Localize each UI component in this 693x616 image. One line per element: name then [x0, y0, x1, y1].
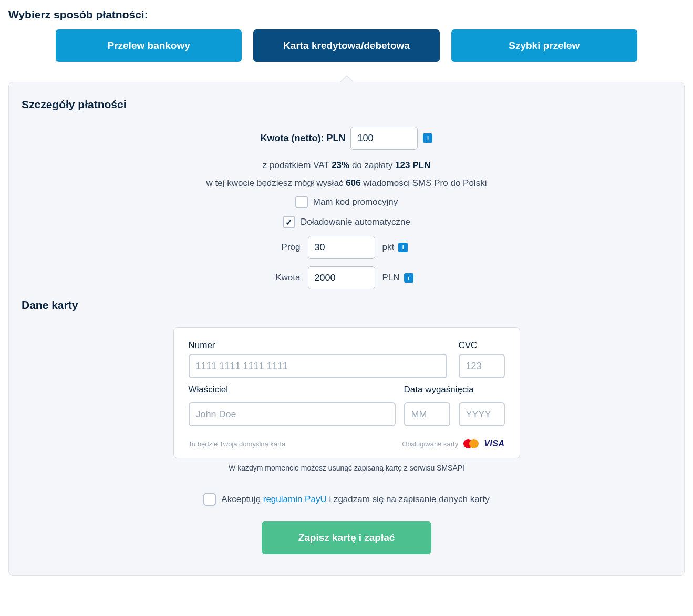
mastercard-icon: [463, 439, 479, 448]
auto-checkbox[interactable]: [283, 216, 295, 228]
threshold-row: Próg pkt i: [22, 236, 671, 259]
sms-line: w tej kwocie będziesz mógł wysłać 606 wi…: [22, 178, 671, 189]
threshold-label: Próg: [269, 242, 301, 253]
sms-prefix: w tej kwocie będziesz mógł wysłać: [206, 178, 346, 188]
accept-row: Akceptuję regulamin PayU i zgadzam się n…: [22, 493, 671, 506]
details-title: Szczegóły płatności: [22, 98, 671, 111]
panel-pointer: [340, 76, 353, 82]
amount2-label: Kwota: [269, 273, 301, 283]
owner-label: Właściciel: [189, 384, 396, 395]
amount-input[interactable]: [350, 127, 418, 150]
card-number-label: Numer: [189, 340, 447, 351]
default-card-note: To będzie Twoja domyślna karta: [189, 440, 286, 448]
payment-tabs: Przelew bankowy Karta kredytowa/debetowa…: [8, 29, 685, 62]
cvc-input[interactable]: [459, 354, 505, 378]
info-icon[interactable]: i: [423, 133, 432, 143]
card-number-input[interactable]: [189, 354, 447, 378]
submit-button[interactable]: Zapisz kartę i zapłać: [262, 521, 432, 554]
page-title: Wybierz sposób płatności:: [8, 8, 685, 21]
auto-label: Doładowanie automatyczne: [301, 217, 410, 227]
info-icon[interactable]: i: [404, 273, 413, 283]
exp-year-input[interactable]: [459, 402, 505, 426]
vat-line: z podatkiem VAT 23% do zapłaty 123 PLN: [22, 160, 671, 171]
exp-label: Data wygaśnięcia: [404, 384, 505, 395]
supported-cards-note: Obsługiwane karty: [402, 440, 458, 448]
accept-checkbox[interactable]: [203, 493, 216, 506]
sms-count: 606: [346, 178, 360, 188]
accept-post: i zgadzam się na zapisanie danych karty: [327, 494, 490, 504]
tab-fast-transfer[interactable]: Szybki przelew: [451, 29, 637, 62]
promo-label: Mam kod promocyjny: [313, 197, 398, 207]
card-title: Dane karty: [22, 299, 671, 311]
promo-checkbox[interactable]: [295, 196, 308, 208]
info-icon[interactable]: i: [398, 243, 408, 252]
cvc-label: CVC: [459, 340, 505, 351]
owner-input[interactable]: [189, 402, 396, 426]
amount2-unit: PLN: [382, 273, 400, 283]
tab-card[interactable]: Karta kredytowa/debetowa: [253, 29, 439, 62]
exp-month-input[interactable]: [404, 402, 450, 426]
threshold-unit: pkt: [382, 242, 395, 253]
tab-bank-transfer[interactable]: Przelew bankowy: [56, 29, 242, 62]
promo-row: Mam kod promocyjny: [22, 196, 671, 208]
vat-total: 123 PLN: [395, 160, 430, 170]
vat-rate: 23%: [332, 160, 349, 170]
amount-label: Kwota (netto): PLN: [261, 133, 346, 144]
payment-panel: Szczegóły płatności Kwota (netto): PLN i…: [8, 82, 685, 576]
amount2-row: Kwota PLN i: [22, 266, 671, 289]
terms-link[interactable]: regulamin PayU: [263, 494, 327, 504]
threshold-input[interactable]: [308, 236, 375, 259]
card-remove-note: W każdym momencie możesz usunąć zapisaną…: [22, 464, 671, 472]
sms-suffix: wiadomości SMS Pro do Polski: [360, 178, 487, 188]
amount2-input[interactable]: [308, 266, 375, 289]
card-box: Numer CVC Właściciel Data wygaśnięcia To…: [173, 327, 520, 458]
amount-row: Kwota (netto): PLN i: [261, 127, 433, 150]
visa-icon: VISA: [484, 439, 504, 448]
vat-mid: do zapłaty: [349, 160, 395, 170]
auto-row: Doładowanie automatyczne: [22, 216, 671, 228]
accept-pre: Akceptuję: [221, 494, 263, 504]
vat-prefix: z podatkiem VAT: [263, 160, 332, 170]
